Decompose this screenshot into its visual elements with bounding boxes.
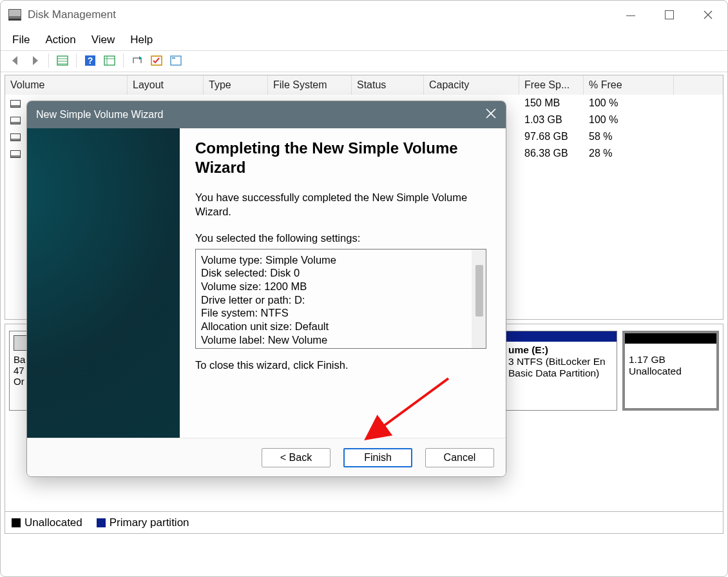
dialog-paragraph: To close this wizard, click Finish. [195,358,486,372]
setting-line: File system: NTFS [201,306,481,320]
cell-pct: 28 % [584,145,674,162]
menubar: File Action View Help [1,30,727,50]
legend-unallocated: Unallocated [12,516,82,529]
setting-line: Quick format: Yes [201,346,481,349]
settings-listbox[interactable]: Volume type: Simple Volume Disk selected… [195,249,486,349]
cell-free: 97.68 GB [519,128,584,145]
cell-pct: 100 % [584,95,674,112]
volume-icon [10,100,21,108]
dialog-heading: Completing the New Simple Volume Wizard [195,139,486,177]
setting-line: Allocation unit size: Default [201,320,481,333]
cell-pct: 100 % [584,112,674,128]
menu-file[interactable]: File [12,34,30,46]
menu-view[interactable]: View [91,34,115,46]
back-button[interactable]: < Back [262,448,330,467]
dialog-title: New Simple Volume Wizard [36,109,163,121]
dialog-footer: < Back Finish Cancel [27,438,506,476]
list-view-icon[interactable] [54,52,71,69]
disk-info-line: Ba [14,354,25,365]
close-window-button[interactable] [689,1,727,29]
setting-line: Volume label: New Volume [201,333,481,347]
window-title: Disk Management [28,8,116,21]
refresh-icon[interactable] [129,52,146,69]
col-status[interactable]: Status [352,75,424,95]
disk-info-line: Or [14,376,24,387]
titlebar: Disk Management — [1,1,727,30]
disk-management-icon [8,9,21,21]
help-icon[interactable]: ? [82,52,99,69]
unalloc-size: 1.17 GB [629,354,666,365]
menu-action[interactable]: Action [45,34,75,46]
disk-info-line: 47 [14,365,24,376]
minimize-button[interactable]: — [611,1,650,29]
partition-e[interactable]: ume (E:) 3 NTFS (BitLocker En Basic Data… [504,331,617,411]
col-capacity[interactable]: Capacity [424,75,519,95]
cell-free: 1.03 GB [519,112,584,128]
svg-rect-6 [172,57,175,59]
legend: Unallocated Primary partition [5,511,723,533]
col-pctfree[interactable]: % Free [584,75,674,95]
wizard-dialog: New Simple Volume Wizard Completing the … [26,101,506,477]
col-freesp[interactable]: Free Sp... [519,75,584,95]
volume-icon [10,133,21,141]
cell-free: 150 MB [519,95,584,112]
forward-icon[interactable] [26,52,43,69]
partition-unallocated[interactable]: 1.17 GB Unallocated [622,331,719,411]
window-buttons: — [611,1,727,29]
unalloc-label: Unallocated [629,366,682,377]
setting-line: Volume type: Simple Volume [201,253,481,267]
setting-line: Disk selected: Disk 0 [201,266,481,280]
dialog-content: Completing the New Simple Volume Wizard … [180,128,506,438]
details-icon[interactable] [101,52,118,69]
back-icon[interactable] [7,52,24,69]
col-filesys[interactable]: File System [268,75,352,95]
maximize-button[interactable] [650,1,689,29]
partition-title: ume (E:) [508,344,548,355]
cancel-button[interactable]: Cancel [425,448,494,467]
properties-icon[interactable] [168,52,184,69]
dialog-side-graphic [27,128,180,438]
dialog-paragraph: You have successfully completed the New … [195,190,486,219]
cell-free: 86.38 GB [519,145,584,162]
dialog-paragraph: You selected the following settings: [195,231,486,245]
col-type[interactable]: Type [204,75,268,95]
dialog-titlebar: New Simple Volume Wizard [27,101,506,128]
cell-pct: 58 % [584,128,674,145]
volume-icon [10,150,21,158]
scrollbar[interactable] [472,249,486,348]
toolbar: ? [1,50,727,72]
dialog-close-button[interactable] [485,108,497,122]
volume-table-header: Volume Layout Type File System Status Ca… [5,75,723,95]
menu-help[interactable]: Help [130,34,153,46]
checkmark-icon[interactable] [148,52,165,69]
col-volume[interactable]: Volume [5,75,128,95]
setting-line: Drive letter or path: D: [201,293,481,307]
setting-line: Volume size: 1200 MB [201,280,481,293]
volume-icon [10,117,21,124]
finish-button[interactable]: Finish [343,448,412,467]
partition-line: Basic Data Partition) [508,367,599,378]
svg-rect-3 [104,56,115,65]
col-layout[interactable]: Layout [128,75,204,95]
svg-text:?: ? [88,55,93,66]
legend-primary: Primary partition [97,516,189,529]
partition-line: 3 NTFS (BitLocker En [508,356,606,367]
